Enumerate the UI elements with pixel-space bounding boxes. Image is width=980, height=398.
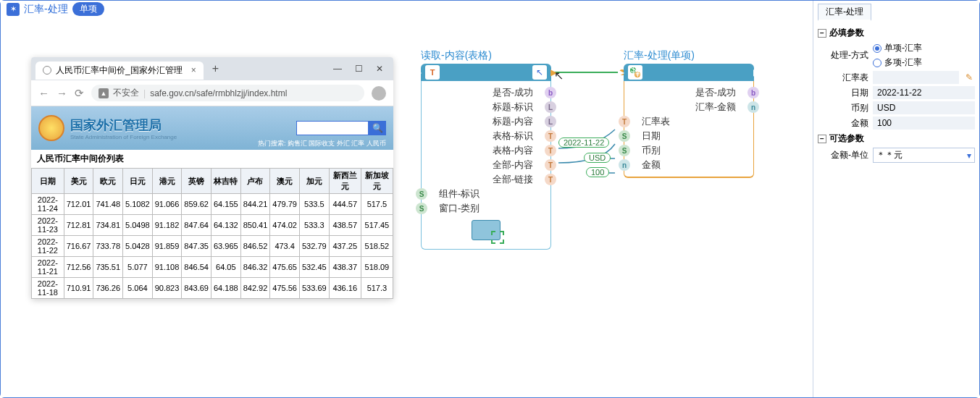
port-icon[interactable]: S xyxy=(416,188,427,200)
group-optional[interactable]: − 可选参数 xyxy=(818,132,975,145)
node-title: 汇率-处理(单项) xyxy=(624,49,695,62)
flow-out-icon[interactable]: ▶ xyxy=(753,67,760,77)
node-read-table[interactable]: 读取-内容(表格) ▶ T ↖ ▶ 是否-成功b标题-标识L标题-内容L表格-标… xyxy=(421,64,551,250)
table-row[interactable]: 2022-11-23712.81734.815.049891.182847.64… xyxy=(32,215,393,236)
node-body: 是否-成功b汇率-金额nT汇率表S日期S币别n金额 xyxy=(624,81,754,178)
port-icon[interactable]: T xyxy=(545,174,556,185)
port-icon[interactable]: T xyxy=(545,130,556,142)
browser-tabstrip: 人民币汇率中间价_国家外汇管理 × + — ☐ ✕ xyxy=(31,57,393,80)
tag-amount[interactable]: 100 xyxy=(586,167,609,177)
col-header: 卢布 xyxy=(240,169,270,194)
flow-in-icon[interactable]: ▶ xyxy=(618,67,624,77)
output-port[interactable]: 标题-标识L xyxy=(424,100,548,114)
output-port[interactable]: 是否-成功b xyxy=(627,85,750,100)
table-row[interactable]: 2022-11-18710.91736.265.06490.823843.696… xyxy=(32,278,393,299)
input-amount[interactable]: 100 xyxy=(873,117,975,130)
flow-in-icon[interactable]: ▶ xyxy=(415,67,422,77)
new-tab-button[interactable]: + xyxy=(212,62,219,75)
select-unit[interactable]: ＊＊元 ▾ xyxy=(873,148,975,163)
globe-icon xyxy=(43,66,51,75)
edit-icon[interactable]: ✎ xyxy=(963,72,975,83)
input-table[interactable] xyxy=(873,71,959,84)
input-port[interactable]: n金额 xyxy=(627,158,750,172)
table-row[interactable]: 2022-11-24712.01741.485.108291.066859.62… xyxy=(32,194,393,215)
tag-date[interactable]: 2022-11-22 xyxy=(558,137,609,148)
radio-multi[interactable] xyxy=(873,59,881,67)
input-currency[interactable]: USD xyxy=(873,101,975,114)
mode-pill[interactable]: 单项 xyxy=(72,2,104,16)
title-bar: ✶ 汇率-处理 单项 xyxy=(1,1,110,17)
exchange-icon: $¥ xyxy=(628,65,642,80)
output-port[interactable]: 全部-内容T xyxy=(424,158,548,172)
node-rate-process[interactable]: 汇率-处理(单项) ▶ $¥ ▶ 是否-成功b汇率-金额nT汇率表S日期S币别n… xyxy=(624,64,754,178)
port-icon[interactable]: T xyxy=(545,145,556,156)
port-icon[interactable]: n xyxy=(747,101,759,113)
rate-table: 日期美元欧元日元港元英镑林吉特卢布澳元加元新西兰元新加坡元 2022-11-24… xyxy=(31,168,393,299)
close-icon[interactable]: × xyxy=(191,65,196,75)
row-date: 日期 2022-11-22 xyxy=(818,86,975,99)
output-port[interactable]: 表格-标识T xyxy=(424,129,548,143)
svg-text:¥: ¥ xyxy=(635,69,640,78)
app-frame: ✶ 汇率-处理 单项 人民币汇率中间价_国家外汇管理 × + — ☐ ✕ ← xyxy=(0,0,980,398)
back-icon[interactable]: ← xyxy=(38,87,49,99)
table-row[interactable]: 2022-11-22716.67733.785.042891.859847.35… xyxy=(32,236,393,257)
emblem-icon xyxy=(38,115,64,141)
port-icon[interactable]: S xyxy=(619,145,630,156)
col-header: 新西兰元 xyxy=(329,169,361,194)
col-header: 美元 xyxy=(64,169,93,194)
reload-icon[interactable]: ⟳ xyxy=(75,87,84,100)
col-header: 新加坡元 xyxy=(361,169,393,194)
col-header: 日期 xyxy=(32,169,64,194)
address-bar: ← → ⟳ ▲ 不安全 | safe.gov.cn/safe/rmbhlzjj/… xyxy=(31,80,393,106)
url-text: safe.gov.cn/safe/rmbhlzjj/index.html xyxy=(150,88,287,98)
port-icon[interactable]: T xyxy=(545,159,556,171)
port-icon[interactable]: b xyxy=(747,87,759,98)
forward-icon[interactable]: → xyxy=(56,87,67,99)
table-row[interactable]: 2022-11-21712.56735.515.07791.108846.546… xyxy=(32,257,393,278)
tag-currency[interactable]: USD xyxy=(584,153,611,163)
hot-links[interactable]: 热门搜索: 购售汇 国际收支 外汇 汇率 人民币 xyxy=(258,139,386,148)
input-port[interactable]: S币别 xyxy=(627,143,750,158)
collapse-icon[interactable]: − xyxy=(818,29,826,38)
selector-icon[interactable] xyxy=(472,220,501,240)
search-input[interactable] xyxy=(296,121,369,135)
browser-tab[interactable]: 人民币汇率中间价_国家外汇管理 × xyxy=(35,62,204,80)
port-icon[interactable]: L xyxy=(545,116,556,127)
port-icon[interactable]: S xyxy=(619,130,630,142)
output-port[interactable]: 汇率-金额n xyxy=(627,100,750,114)
output-port[interactable]: 全部-链接T xyxy=(424,172,548,187)
port-icon[interactable]: L xyxy=(545,101,556,113)
row-table: 汇率表 ✎ xyxy=(818,71,975,84)
mouse-cursor-icon: ↖ xyxy=(554,69,564,82)
input-port[interactable]: S组件-标识 xyxy=(424,187,548,201)
minimize-icon[interactable]: — xyxy=(333,64,342,74)
node-header[interactable]: ▶ $¥ ▶ xyxy=(624,64,754,81)
search-button[interactable]: 🔍 xyxy=(369,121,386,135)
input-port[interactable]: T汇率表 xyxy=(627,114,750,129)
output-port[interactable]: 是否-成功b xyxy=(424,85,548,100)
port-icon[interactable]: n xyxy=(619,159,630,171)
output-port[interactable]: 表格-内容T xyxy=(424,143,548,158)
url-box[interactable]: ▲ 不安全 | safe.gov.cn/safe/rmbhlzjj/index.… xyxy=(91,85,364,101)
title-text: 汇率-处理 xyxy=(24,3,68,16)
collapse-icon[interactable]: − xyxy=(818,135,826,143)
node-header[interactable]: ▶ T ↖ ▶ xyxy=(421,64,551,81)
port-icon[interactable]: S xyxy=(416,203,427,214)
col-header: 加元 xyxy=(299,169,329,194)
port-icon[interactable]: b xyxy=(545,87,556,98)
output-port[interactable]: 标题-内容L xyxy=(424,114,548,129)
panel-tab[interactable]: 汇率-处理 xyxy=(818,4,871,21)
site-subtitle: State Administration of Foreign Exchange xyxy=(70,134,177,140)
group-required[interactable]: − 必填参数 xyxy=(818,27,975,39)
radio-single[interactable] xyxy=(873,44,881,53)
close-window-icon[interactable]: ✕ xyxy=(376,64,383,74)
input-port[interactable]: S日期 xyxy=(627,129,750,143)
canvas[interactable]: ✶ 汇率-处理 单项 人民币汇率中间价_国家外汇管理 × + — ☐ ✕ ← xyxy=(1,1,813,397)
row-mode: 处理-方式 单项-汇率 多项-汇率 xyxy=(818,42,975,69)
col-header: 澳元 xyxy=(270,169,300,194)
input-port[interactable]: S窗口-类别 xyxy=(424,201,548,216)
maximize-icon[interactable]: ☐ xyxy=(355,64,363,74)
port-icon[interactable]: T xyxy=(619,116,630,127)
input-date[interactable]: 2022-11-22 xyxy=(873,86,975,99)
profile-avatar[interactable] xyxy=(372,86,386,101)
